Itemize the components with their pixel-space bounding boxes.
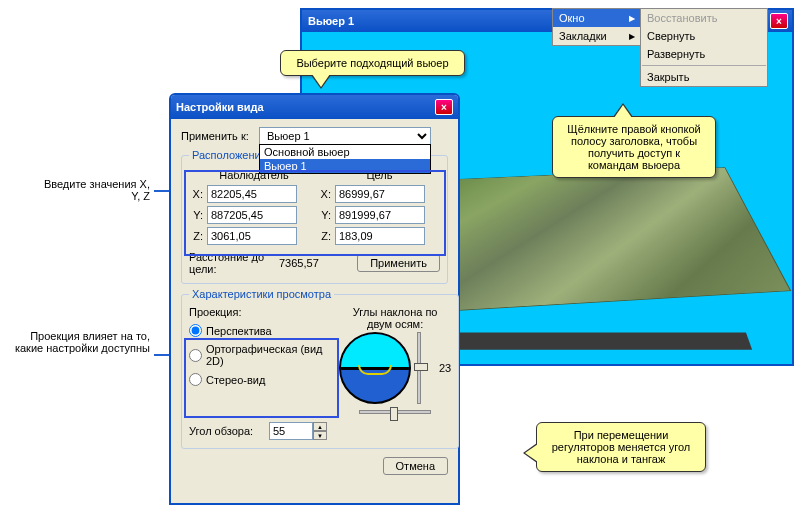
vertical-tilt-slider[interactable]	[417, 332, 421, 404]
spin-up-icon[interactable]: ▲	[313, 422, 327, 431]
menu-item-bookmarks[interactable]: Закладки	[553, 27, 641, 45]
dialog-close-icon[interactable]: ×	[435, 99, 453, 115]
observer-z-input[interactable]	[207, 227, 297, 245]
projection-label: Проекция:	[189, 306, 339, 318]
apply-to-dropdown-list: Основной вьюер Вьюер 1	[259, 144, 431, 174]
z-label: Z:	[189, 230, 207, 242]
side-label-xyz: Введите значения X, Y, Z	[40, 178, 150, 202]
horizontal-tilt-slider[interactable]	[359, 410, 431, 414]
context-menu: Окно Закладки	[552, 8, 642, 46]
menu-item-close[interactable]: Закрыть	[641, 68, 767, 86]
observer-x-input[interactable]	[207, 185, 297, 203]
slider-thumb-icon[interactable]	[390, 407, 398, 421]
target-x-input[interactable]	[335, 185, 425, 203]
observer-y-input[interactable]	[207, 206, 297, 224]
apply-to-label: Применить к:	[181, 130, 259, 142]
context-submenu: Восстановить Свернуть Развернуть Закрыть	[640, 8, 768, 87]
menu-item-restore[interactable]: Восстановить	[641, 9, 767, 27]
dialog-title-text: Настройки вида	[176, 101, 433, 113]
callout-right-click: Щёлкните правой кнопкой полосу заголовка…	[552, 116, 716, 178]
view-settings-dialog: Настройки вида × Применить к: Вьюер 1 Ос…	[169, 93, 460, 505]
apply-button[interactable]: Применить	[357, 254, 440, 272]
fov-input[interactable]	[269, 422, 313, 440]
target-y-input[interactable]	[335, 206, 425, 224]
callout-choose-viewer: Выберите подходящий вьюер	[280, 50, 465, 76]
projection-perspective-radio[interactable]: Перспектива	[189, 324, 339, 337]
close-icon[interactable]: ×	[770, 13, 788, 29]
attitude-indicator[interactable]	[339, 332, 411, 404]
position-legend: Расположение	[189, 149, 270, 161]
menu-item-minimize[interactable]: Свернуть	[641, 27, 767, 45]
cancel-button[interactable]: Отмена	[383, 457, 448, 475]
apply-to-combo[interactable]: Вьюер 1	[259, 127, 431, 145]
view-legend: Характеристики просмотра	[189, 288, 334, 300]
tilt-label: Углы наклона по двум осям:	[339, 306, 451, 330]
slider-thumb-icon[interactable]	[414, 363, 428, 371]
menu-item-maximize[interactable]: Развернуть	[641, 45, 767, 63]
projection-ortho-radio[interactable]: Ортографическая (вид 2D)	[189, 343, 339, 367]
y-label: Y:	[189, 209, 207, 221]
spin-down-icon[interactable]: ▼	[313, 431, 327, 440]
combo-option-v1[interactable]: Вьюер 1	[260, 159, 430, 173]
combo-option-main[interactable]: Основной вьюер	[260, 145, 430, 159]
distance-value: 7365,57	[279, 257, 349, 269]
callout-sliders: При перемещении регуляторов меняется уго…	[536, 422, 706, 472]
view-characteristics-fieldset: Характеристики просмотра Проекция: Персп…	[181, 288, 459, 449]
side-label-projection: Проекция влияет на то, какие настройки д…	[14, 330, 150, 354]
projection-stereo-radio[interactable]: Стерео-вид	[189, 373, 339, 386]
fov-label: Угол обзора:	[189, 425, 269, 437]
menu-item-window[interactable]: Окно	[553, 9, 641, 27]
tilt-value: 23	[439, 362, 451, 374]
x-label: X:	[189, 188, 207, 200]
dialog-titlebar[interactable]: Настройки вида ×	[171, 95, 458, 119]
distance-label: Расстояние до цели:	[189, 251, 279, 275]
target-z-input[interactable]	[335, 227, 425, 245]
